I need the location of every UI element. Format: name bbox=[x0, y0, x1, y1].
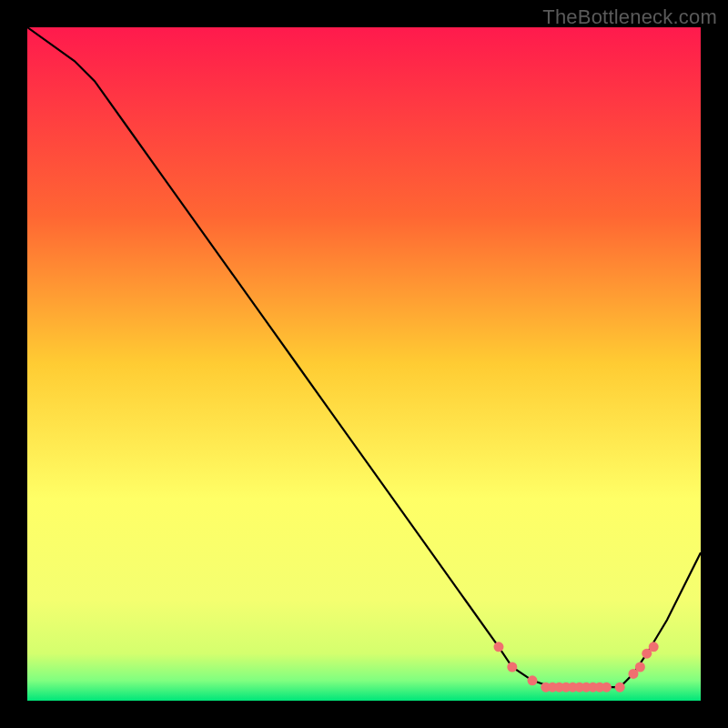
chart-marker bbox=[635, 662, 645, 672]
chart-svg bbox=[27, 27, 701, 701]
chart-marker bbox=[615, 682, 625, 693]
chart-marker bbox=[602, 682, 612, 693]
chart-marker bbox=[494, 642, 504, 652]
chart-marker bbox=[649, 642, 659, 652]
watermark-text: TheBottleneck.com bbox=[542, 5, 717, 29]
chart-marker bbox=[507, 662, 517, 672]
chart-marker bbox=[528, 675, 538, 685]
chart-plot-area bbox=[27, 27, 701, 701]
